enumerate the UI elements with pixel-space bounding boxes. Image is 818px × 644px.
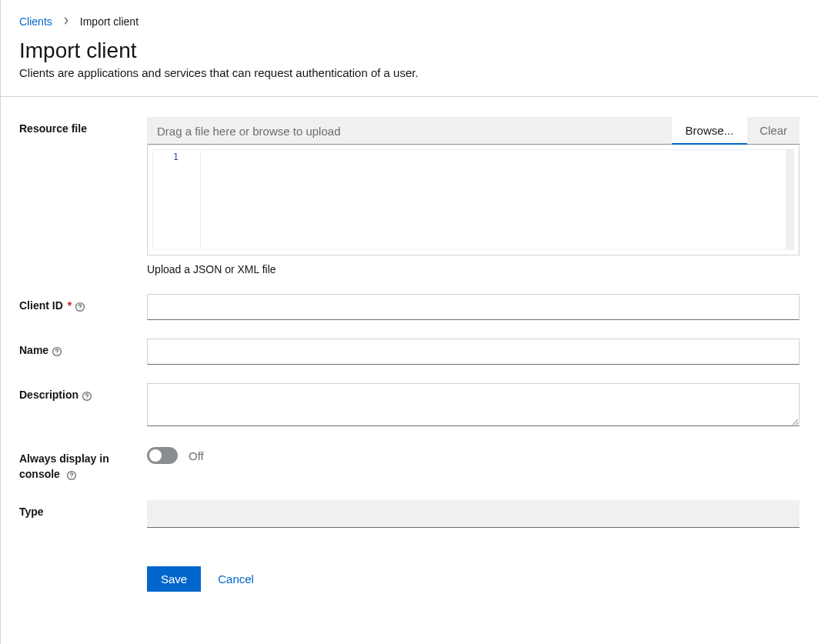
name-label: Name <box>19 343 48 359</box>
breadcrumb: Clients Import client <box>19 15 800 28</box>
always-display-label: Always display in console <box>19 452 109 480</box>
code-gutter: 1 <box>153 150 201 249</box>
help-icon[interactable] <box>52 346 62 357</box>
toggle-state-label: Off <box>189 449 204 462</box>
help-icon[interactable] <box>82 391 92 402</box>
description-input[interactable] <box>147 383 800 426</box>
help-icon[interactable] <box>66 470 77 481</box>
browse-button[interactable]: Browse... <box>672 117 748 145</box>
resource-file-label: Resource file <box>19 117 147 137</box>
save-button[interactable]: Save <box>147 566 201 592</box>
import-client-form: Resource file Drag a file here or browse… <box>19 97 800 592</box>
type-label: Type <box>19 500 147 520</box>
file-hint: Upload a JSON or XML file <box>147 263 800 275</box>
page-title: Import client <box>19 38 800 63</box>
file-drop-zone[interactable]: Drag a file here or browse to upload <box>147 117 672 145</box>
help-icon[interactable] <box>75 302 85 312</box>
required-indicator: * <box>68 299 72 314</box>
breadcrumb-current: Import client <box>80 15 139 28</box>
type-input <box>147 500 800 528</box>
always-display-toggle[interactable] <box>147 447 178 464</box>
svg-point-5 <box>86 398 87 399</box>
clear-button[interactable]: Clear <box>747 117 800 145</box>
client-id-input[interactable] <box>147 294 800 320</box>
toggle-knob <box>149 449 162 462</box>
page-description: Clients are applications and services th… <box>19 66 800 79</box>
svg-point-3 <box>57 353 58 354</box>
code-content[interactable] <box>201 150 793 249</box>
file-upload-bar: Drag a file here or browse to upload Bro… <box>147 117 800 145</box>
client-id-label: Client ID <box>19 299 63 314</box>
svg-point-7 <box>71 477 72 478</box>
cancel-button[interactable]: Cancel <box>218 572 254 586</box>
code-editor[interactable]: 1 <box>147 145 800 255</box>
description-label: Description <box>19 388 78 403</box>
chevron-right-icon <box>63 17 69 26</box>
breadcrumb-parent-link[interactable]: Clients <box>19 15 52 28</box>
svg-point-1 <box>80 309 81 309</box>
name-input[interactable] <box>147 339 800 365</box>
